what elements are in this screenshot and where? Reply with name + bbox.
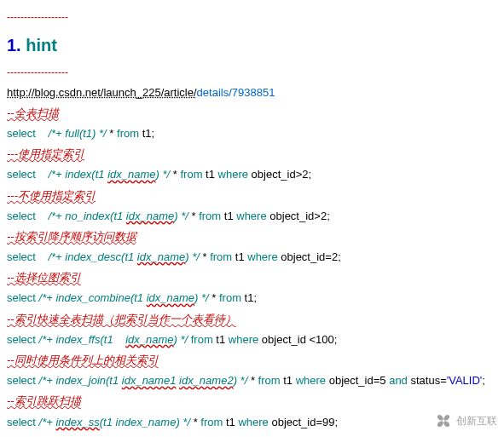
cond: object_id>2; <box>267 210 330 222</box>
table: t1; <box>241 291 257 304</box>
source-url[interactable]: http://blog.csdn.net/launch_225/article/… <box>7 85 497 101</box>
hint-no-index: /*+ no_index(t1 idx_name) */ <box>48 210 188 222</box>
kw-from: from <box>200 416 223 428</box>
table: t1 <box>281 374 296 387</box>
kw-from: from <box>210 250 232 263</box>
kw-from: from <box>191 333 213 346</box>
sql-index-ss: select /*+ index_ss(t1 index_name) */ * … <box>7 415 497 430</box>
comment-bitmap: --选择位图索引 <box>7 270 497 285</box>
table: t1 <box>213 333 229 346</box>
watermark-icon <box>434 411 453 430</box>
star: * <box>191 210 195 222</box>
comment-ffs: --索引快速全表扫描（把索引当作一个表看待） <box>7 312 497 327</box>
sql-index: select /*+ index(t1 idx_name) */ * from … <box>7 167 497 182</box>
heading-title: hint <box>26 36 57 55</box>
star: * <box>194 416 198 428</box>
comment-desc: --按索引降序顺序访问数据 <box>7 229 497 244</box>
kw-select: select <box>7 291 39 304</box>
valid-string: 'VALID' <box>447 374 483 387</box>
table: t1; <box>139 127 154 140</box>
hint-index-join: /*+ index_join(t1 idx_name1 idx_name2) *… <box>39 374 248 387</box>
kw-where: where <box>238 416 268 428</box>
hint-index-ffs: /*+ index_ffs(t1 idx_name) */ <box>39 333 188 346</box>
star: * <box>211 291 216 304</box>
kw-select: select <box>7 250 36 263</box>
url-part-b: details <box>197 86 229 99</box>
divider-under-heading: ------------------ <box>7 66 497 80</box>
sql-index-desc: select /*+ index_desc(t1 idx_name) */ * … <box>7 250 497 265</box>
hint-full: /*+ full(t1) */ <box>48 127 106 140</box>
url-part-a: http://blog.csdn.net/launch_225/article/ <box>7 86 197 99</box>
kw-select: select <box>7 333 39 346</box>
kw-from: from <box>219 291 241 304</box>
kw-select: select <box>7 210 36 222</box>
kw-from: from <box>199 210 221 222</box>
sql-no-index: select /*+ no_index(t1 idx_name) */ * fr… <box>7 209 497 224</box>
star: * <box>251 374 255 387</box>
comment-skip: --索引跳跃扫描 <box>7 394 497 409</box>
watermark-text: 创新互联 <box>456 414 497 428</box>
kw-where: where <box>247 250 277 263</box>
kw-select: select <box>7 168 36 181</box>
sql-index-join: select /*+ index_join(t1 idx_name1 idx_n… <box>7 373 497 388</box>
hint-index: /*+ index(t1 idx_name) */ <box>48 168 170 181</box>
cond: object_id>2; <box>248 168 311 181</box>
heading: 1. hint <box>7 33 497 57</box>
svg-point-0 <box>443 420 445 423</box>
sql-index-ffs: select /*+ index_ffs(t1 idx_name) */ fro… <box>7 332 497 348</box>
kw-from: from <box>117 127 139 140</box>
heading-number: 1. <box>7 36 21 55</box>
table: t1 <box>202 168 217 181</box>
table: t1 <box>223 416 238 428</box>
kw-where: where <box>218 168 248 181</box>
kw-select: select <box>7 374 39 387</box>
kw-select: select <box>7 416 39 428</box>
kw-from: from <box>180 168 202 181</box>
comment-use-index: ---使用指定索引 <box>7 147 497 162</box>
cond: object_id=99; <box>269 416 338 428</box>
table: t1 <box>232 250 247 263</box>
sql-index-combine: select /*+ index_combine(t1 idx_name) */… <box>7 290 497 306</box>
comment-join: --同时使用条件列上的相关索引 <box>7 353 497 368</box>
star: * <box>109 127 113 140</box>
semi: ; <box>482 374 485 387</box>
cond: object_id <100; <box>258 333 337 346</box>
kw-and: and <box>389 374 408 387</box>
kw-from: from <box>258 374 281 387</box>
kw-where: where <box>296 374 326 387</box>
star: * <box>173 168 177 181</box>
hint-index-desc: /*+ index_desc(t1 idx_name) */ <box>48 250 199 263</box>
sql-full: select /*+ full(t1) */ * from t1; <box>7 126 497 141</box>
comment-full-scan: --全表扫描 <box>7 106 497 121</box>
kw-where: where <box>229 333 258 346</box>
hint-index-ss: /*+ index_ss(t1 index_name) */ <box>39 416 190 428</box>
comment-no-index: ---不使用指定索引 <box>7 188 497 204</box>
cond: object_id=2; <box>278 250 341 263</box>
hint-index-combine: /*+ index_combine(t1 idx_name) */ <box>39 291 209 304</box>
url-part-c: /7938851 <box>229 86 275 99</box>
divider-top: ------------------ <box>7 10 497 25</box>
cond: object_id=5 <box>326 374 389 387</box>
star: * <box>202 250 206 263</box>
kw-select: select <box>7 127 36 140</box>
status: status= <box>408 374 447 387</box>
table: t1 <box>221 210 236 222</box>
kw-where: where <box>236 210 266 222</box>
watermark: 创新互联 <box>434 411 497 430</box>
